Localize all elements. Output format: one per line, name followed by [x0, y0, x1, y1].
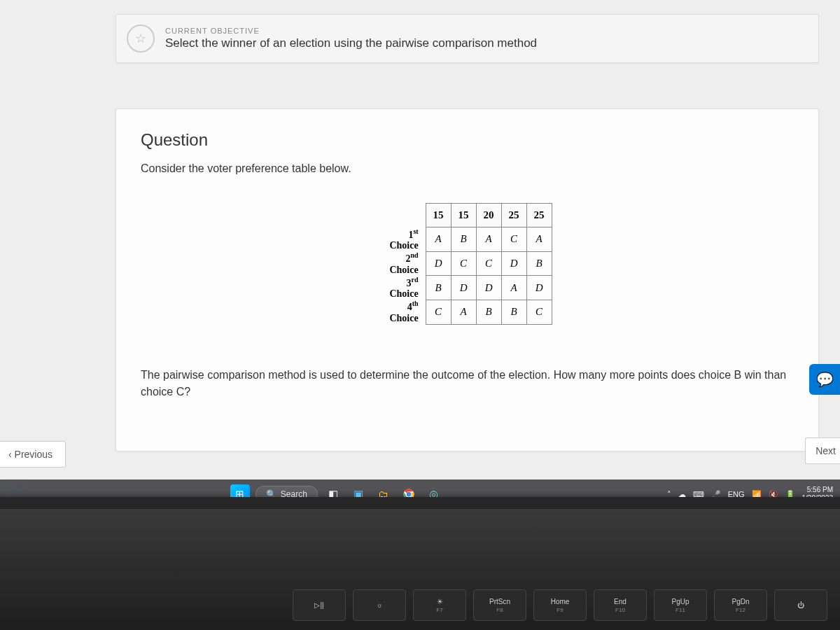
chevron-left-icon: ‹ — [8, 449, 15, 460]
table-cell: B — [501, 300, 526, 324]
start-button[interactable]: ⊞ — [230, 484, 250, 497]
table-cell: D — [426, 251, 451, 276]
keyboard-key: ⏻ — [774, 589, 827, 621]
previous-label: Previous — [15, 449, 52, 460]
svg-point-1 — [406, 492, 411, 497]
table-cell: A — [451, 300, 476, 324]
search-icon: 🔍 — [266, 489, 276, 497]
table-cell: D — [451, 276, 476, 300]
previous-button[interactable]: ‹ Previous — [0, 441, 66, 468]
voter-count: 25 — [501, 204, 526, 227]
table-row: 3rd ChoiceBDDAD — [382, 276, 552, 300]
table-cell: D — [476, 276, 501, 300]
battery-icon[interactable]: 🔋 — [785, 490, 795, 498]
voter-count: 15 — [451, 204, 476, 227]
laptop-body: ▷||☼☀F7PrtScnF8HomeF9EndF10PgUpF11PgDnF1… — [0, 509, 840, 630]
cloud-icon[interactable]: ☁ — [678, 490, 686, 498]
question-followup: The pairwise comparison method is used t… — [141, 367, 794, 400]
table-cell: A — [426, 227, 451, 252]
date-text: 1/20/2023 — [802, 494, 834, 497]
row-label: 3rd Choice — [382, 276, 426, 300]
chrome-icon[interactable] — [399, 484, 419, 497]
table-cell: C — [501, 227, 526, 252]
language-indicator[interactable]: ENG — [728, 490, 745, 497]
table-cell: C — [426, 300, 451, 324]
objective-label: CURRENT OBJECTIVE — [165, 27, 808, 35]
row-label: 1st Choice — [382, 227, 426, 252]
table-cell: B — [426, 276, 451, 300]
table-row: 4th ChoiceCABBC — [382, 300, 552, 324]
table-row: 1st ChoiceABACA — [382, 227, 552, 252]
table-cell: A — [476, 227, 501, 252]
chat-icon: 💬 — [816, 371, 834, 388]
keyboard-key: PrtScnF8 — [473, 589, 526, 621]
keyboard-key: ☀F7 — [413, 589, 466, 621]
table-cell: B — [476, 300, 501, 324]
table-cell: B — [451, 227, 476, 252]
table-cell: A — [526, 227, 552, 252]
keyboard-key: ▷|| — [293, 589, 346, 621]
search-label: Search — [281, 489, 307, 497]
objective-bar: ☆ CURRENT OBJECTIVE Select the winner of… — [115, 14, 819, 63]
taskbar: ⊞ 🔍 Search ◧ ▣ 🗂 ◎ ˄ ☁ ⌨ 🎤 ENG 📶 🔇 🔋 5:5… — [0, 479, 840, 497]
app-icon[interactable]: ◎ — [424, 484, 444, 497]
keyboard-key: HomeF9 — [533, 589, 587, 621]
table-cell: C — [451, 251, 476, 276]
objective-title: Select the winner of an election using t… — [165, 36, 808, 50]
question-prompt: Consider the voter preference table belo… — [141, 162, 794, 175]
file-explorer-icon[interactable]: 🗂 — [374, 484, 393, 497]
taskbar-search[interactable]: 🔍 Search — [255, 486, 318, 497]
voter-count: 25 — [526, 204, 552, 227]
keyboard-key: PgDnF12 — [714, 589, 767, 621]
next-button[interactable]: Next — [805, 438, 840, 464]
keyboard-key: ☼ — [353, 589, 406, 621]
question-panel: Question Consider the voter preference t… — [115, 108, 819, 451]
table-cell: D — [501, 251, 526, 276]
table-cell: A — [501, 276, 526, 300]
table-cell: C — [526, 300, 552, 324]
table-corner — [382, 204, 426, 227]
next-label: Next — [816, 445, 836, 456]
question-heading: Question — [141, 130, 794, 150]
preference-table: 15 15 20 25 25 1st ChoiceABACA2nd Choice… — [382, 203, 552, 325]
objective-text: CURRENT OBJECTIVE Select the winner of a… — [165, 27, 808, 50]
task-view-icon[interactable]: ◧ — [323, 484, 343, 497]
keyboard-key: EndF10 — [594, 589, 647, 621]
mic-icon[interactable]: 🎤 — [711, 490, 721, 498]
keyboard-icon[interactable]: ⌨ — [693, 490, 704, 498]
voter-count: 15 — [426, 204, 451, 227]
chevron-up-icon[interactable]: ˄ — [667, 490, 671, 498]
chat-button[interactable]: 💬 — [809, 364, 840, 395]
table-cell: C — [476, 251, 501, 276]
app-icon[interactable]: ▣ — [349, 484, 368, 497]
table-cell: D — [526, 276, 552, 300]
clock[interactable]: 5:56 PM 1/20/2023 — [802, 486, 834, 497]
voter-count: 20 — [476, 204, 501, 227]
table-row: 2nd ChoiceDCCDB — [382, 251, 552, 276]
volume-mute-icon[interactable]: 🔇 — [769, 490, 778, 498]
row-label: 2nd Choice — [382, 251, 426, 276]
table-cell: B — [526, 251, 552, 276]
time-text: 5:56 PM — [802, 486, 834, 494]
star-icon: ☆ — [127, 24, 155, 52]
wifi-icon[interactable]: 📶 — [752, 490, 762, 498]
keyboard-key: PgUpF11 — [654, 589, 707, 621]
row-label: 4th Choice — [382, 300, 426, 324]
table-header-row: 15 15 20 25 25 — [382, 204, 552, 227]
